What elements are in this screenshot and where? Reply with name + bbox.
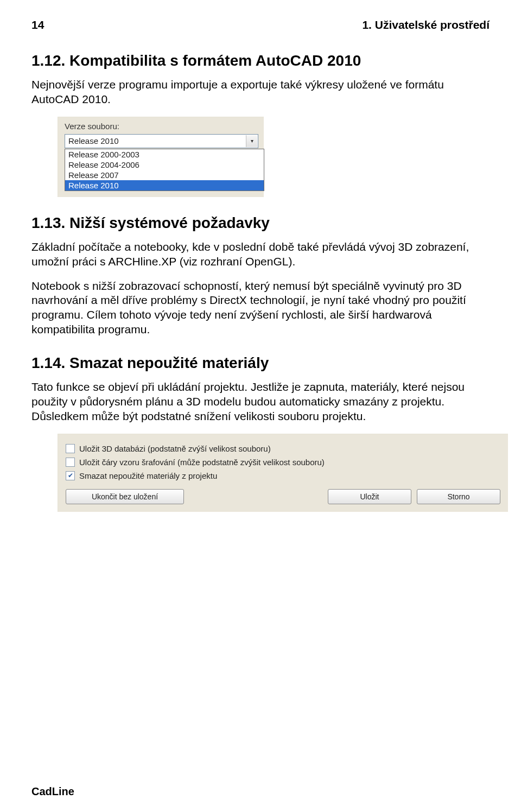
section-1-12-title: 1.12. Kompatibilita s formátem AutoCAD 2… [31,51,490,70]
section-1-13-text-2: Notebook s nižší zobrazovací schopností,… [31,279,490,338]
exit-without-save-button[interactable]: Ukončit bez uložení [66,489,184,504]
checkbox-save-3d-db[interactable] [66,444,75,453]
checkbox-label: Uložit čáry vzoru šrafování (může podsta… [79,458,325,467]
footer-brand: CadLine [31,785,74,798]
save-option-row: Uložit 3D databázi (podstatně zvýší veli… [66,444,500,453]
file-version-combo[interactable]: Release 2010 ▾ [65,134,258,148]
section-1-12-text: Nejnovější verze programu importuje a ex… [31,78,490,107]
file-version-panel: Verze souboru: Release 2010 ▾ Release 20… [58,117,264,197]
save-options-panel: Uložit 3D databázi (podstatně zvýší veli… [58,434,508,512]
checkbox-delete-unused-materials[interactable]: ✔ [66,471,75,480]
cancel-button[interactable]: Storno [417,489,500,504]
file-version-option[interactable]: Release 2004-2006 [65,160,264,170]
checkbox-label: Smazat nepoužité materiály z projektu [79,471,217,480]
file-version-selected: Release 2010 [68,136,119,145]
file-version-dropdown[interactable]: Release 2000-2003 Release 2004-2006 Rele… [65,149,264,191]
save-button[interactable]: Uložit [328,489,411,504]
chevron-down-icon[interactable]: ▾ [246,135,257,147]
file-version-label: Verze souboru: [65,122,258,131]
page-header: 14 1. Uživatelské prostředí [31,18,490,31]
checkbox-save-hatch-lines[interactable] [66,458,75,467]
section-1-14-title: 1.14. Smazat nepoužité materiály [31,353,490,372]
save-option-row: Uložit čáry vzoru šrafování (může podsta… [66,458,500,467]
save-option-row: ✔ Smazat nepoužité materiály z projektu [66,471,500,480]
checkbox-label: Uložit 3D databázi (podstatně zvýší veli… [79,444,271,453]
file-version-option[interactable]: Release 2007 [65,170,264,180]
section-1-14-text: Tato funkce se objeví při ukládání proje… [31,380,490,424]
section-1-13-text-1: Základní počítače a notebooky, kde v pos… [31,240,490,269]
page-number: 14 [31,18,44,31]
file-version-option[interactable]: Release 2000-2003 [65,149,264,160]
chapter-title: 1. Uživatelské prostředí [362,18,490,31]
file-version-option-selected[interactable]: Release 2010 [65,180,264,191]
section-1-13-title: 1.13. Nižší systémové požadavky [31,213,490,232]
button-row: Ukončit bez uložení Uložit Storno [66,489,500,504]
